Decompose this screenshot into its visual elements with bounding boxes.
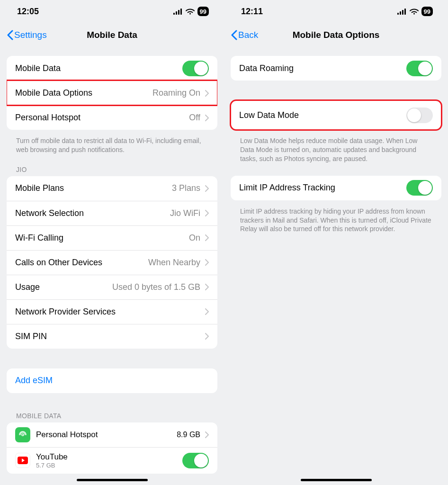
row-calls-other-devices[interactable]: Calls on Other Devices When Nearby [7, 250, 217, 275]
cellular-icon [173, 9, 183, 15]
label: Mobile Plans [15, 183, 64, 193]
row-mobile-data[interactable]: Mobile Data [7, 56, 217, 81]
group-main: Mobile Data Mobile Data Options Roaming … [7, 56, 217, 130]
chevron-right-icon [205, 185, 209, 192]
chevron-left-icon [231, 30, 237, 40]
row-sim-pin[interactable]: SIM PIN [7, 324, 217, 349]
app-name: Personal Hotspot [36, 430, 171, 440]
chevron-left-icon [7, 30, 13, 40]
svg-rect-6 [400, 11, 401, 15]
status-icons: 99 [397, 7, 433, 16]
footer-mobile-data: Turn off mobile data to restrict all dat… [7, 133, 217, 162]
group-apps: Personal Hotspot 8.9 GB YouTube 5.7 GB [7, 422, 217, 474]
detail: Jio WiFi [170, 208, 200, 218]
row-usage[interactable]: Usage Used 0 bytes of 1.5 GB [7, 275, 217, 299]
back-label: Settings [14, 30, 47, 40]
right-screen: 12:11 99 Back Mobile Data Options Data R… [224, 0, 448, 485]
toggle-data-roaming[interactable] [406, 61, 433, 76]
add-esim-button[interactable]: Add eSIM [7, 368, 217, 393]
chevron-right-icon [205, 90, 209, 97]
chevron-right-icon [205, 259, 209, 266]
group-jio: Mobile Plans 3 Plans Network Selection J… [7, 176, 217, 349]
chevron-right-icon [205, 333, 209, 340]
label: Data Roaming [239, 63, 294, 73]
status-bar: 12:05 99 [7, 0, 217, 23]
detail: Used 0 bytes of 1.5 GB [112, 282, 200, 292]
app-usage: 8.9 GB [177, 431, 200, 439]
detail: 3 Plans [172, 183, 200, 193]
toggle-mobile-data[interactable] [182, 61, 209, 76]
wifi-icon [410, 8, 419, 15]
wifi-icon [186, 8, 195, 15]
group-low-data-mode: Low Data Mode [231, 100, 441, 130]
svg-rect-0 [173, 13, 175, 15]
chevron-right-icon [205, 234, 209, 241]
footer-limit-ip: Limit IP address tracking by hiding your… [231, 203, 441, 242]
label: Mobile Data Options [15, 88, 92, 98]
home-indicator[interactable] [301, 479, 372, 481]
group-add-esim: Add eSIM [7, 368, 217, 393]
chevron-right-icon [205, 308, 209, 315]
back-button[interactable]: Back [231, 30, 258, 40]
row-personal-hotspot[interactable]: Personal Hotspot Off [7, 105, 217, 130]
battery-level: 99 [197, 7, 209, 16]
detail: Roaming On [152, 88, 200, 98]
section-header-jio: JIO [7, 162, 217, 176]
toggle-limit-ip[interactable] [406, 180, 433, 196]
row-data-roaming[interactable]: Data Roaming [231, 56, 441, 81]
youtube-app-icon [15, 453, 30, 468]
row-mobile-plans[interactable]: Mobile Plans 3 Plans [7, 176, 217, 201]
status-bar: 12:11 99 [231, 0, 441, 23]
left-screen: 12:05 99 Settings Mobile Data Mobile Dat… [0, 0, 224, 485]
app-usage: 5.7 GB [36, 462, 177, 469]
group-data-roaming: Data Roaming [231, 56, 441, 81]
row-limit-ip[interactable]: Limit IP Address Tracking [231, 176, 441, 200]
status-icons: 99 [173, 7, 209, 16]
nav-header: Settings Mobile Data [7, 24, 217, 46]
row-network-selection[interactable]: Network Selection Jio WiFi [7, 201, 217, 225]
row-provider-services[interactable]: Network Provider Services [7, 299, 217, 324]
svg-rect-8 [404, 9, 406, 15]
section-header-mobile-data: MOBILE DATA [7, 408, 217, 422]
chevron-right-icon [205, 210, 209, 216]
app-row-personal-hotspot[interactable]: Personal Hotspot 8.9 GB [7, 422, 217, 447]
back-button[interactable]: Settings [7, 30, 47, 40]
svg-rect-2 [178, 10, 179, 15]
row-wifi-calling[interactable]: Wi-Fi Calling On [7, 225, 217, 250]
toggle-youtube[interactable] [182, 453, 209, 468]
detail: On [189, 233, 200, 243]
detail: Off [189, 113, 200, 123]
battery-level: 99 [421, 7, 433, 16]
detail: When Nearby [148, 258, 200, 268]
toggle-low-data-mode[interactable] [406, 108, 433, 123]
chevron-right-icon [205, 115, 209, 121]
label: Low Data Mode [239, 110, 299, 120]
label: Wi-Fi Calling [15, 233, 63, 243]
row-low-data-mode[interactable]: Low Data Mode [231, 100, 441, 130]
label: SIM PIN [15, 332, 47, 341]
label: Calls on Other Devices [15, 258, 102, 268]
hotspot-app-icon [15, 427, 30, 442]
app-row-youtube[interactable]: YouTube 5.7 GB [7, 447, 217, 474]
status-time: 12:05 [17, 7, 39, 17]
nav-header: Back Mobile Data Options [231, 24, 441, 46]
row-mobile-data-options[interactable]: Mobile Data Options Roaming On [7, 81, 217, 105]
label: Mobile Data [15, 63, 61, 73]
group-limit-ip: Limit IP Address Tracking [231, 176, 441, 200]
label: Limit IP Address Tracking [239, 183, 335, 193]
label: Add eSIM [15, 376, 53, 386]
svg-rect-1 [176, 11, 177, 15]
label: Personal Hotspot [15, 113, 81, 123]
home-indicator[interactable] [77, 479, 148, 481]
label: Network Provider Services [15, 307, 116, 317]
footer-low-data: Low Data Mode helps reduce mobile data u… [231, 133, 441, 171]
chevron-right-icon [205, 284, 209, 290]
status-time: 12:11 [241, 7, 263, 17]
svg-rect-5 [397, 13, 399, 15]
svg-rect-7 [402, 10, 403, 15]
chevron-right-icon [205, 431, 209, 438]
label: Network Selection [15, 208, 84, 218]
back-label: Back [238, 30, 258, 40]
cellular-icon [397, 9, 407, 15]
label: Usage [15, 282, 40, 292]
